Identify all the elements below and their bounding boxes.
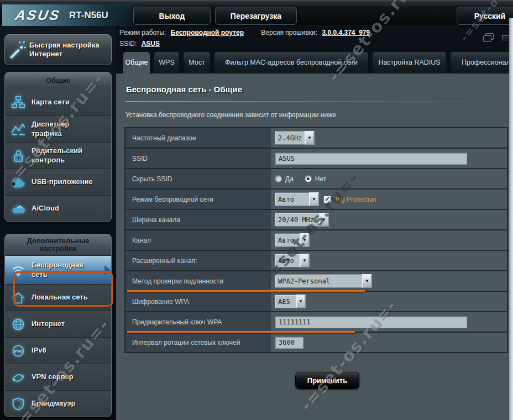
- wpa-encryption-select[interactable]: AES ▼: [275, 295, 306, 308]
- reboot-label: Перезагрузка: [231, 12, 281, 20]
- ssid-link[interactable]: ASUS: [142, 40, 160, 48]
- key-rotation-input[interactable]: [275, 337, 303, 349]
- cloud-icon: [11, 201, 26, 217]
- auth-method-label: Метод проверки подлинности: [132, 277, 223, 285]
- sidebar-item-wan[interactable]: Интернет: [5, 311, 111, 337]
- wireless-tabs: Общие WPS Мост Фильтр MAC-адресов беспро…: [123, 51, 509, 74]
- hide-ssid-radio-no[interactable]: [305, 175, 312, 182]
- language-label: Русский: [474, 12, 506, 20]
- annotation-underline-auth: [127, 290, 365, 292]
- sidebar-item-parental-control[interactable]: Родительский контроль: [5, 142, 111, 169]
- extension-channel-label: Расширенный канал:: [132, 257, 197, 265]
- channel-select[interactable]: Авто ▼: [275, 233, 310, 247]
- operation-mode-link[interactable]: Беспроводной роутер: [171, 29, 244, 36]
- row-hide-ssid: Скрыть SSID Да Нет: [125, 169, 507, 190]
- sidebar-item-wireless[interactable]: Беспроводная сеть: [5, 255, 111, 284]
- router-model: RT-N56U: [69, 10, 108, 21]
- frequency-band-value: 2.4GHz: [275, 131, 305, 145]
- tab-mac-filter-label: Фильтр MAC-адресов беспроводной сети: [225, 59, 358, 67]
- wpa-key-input[interactable]: [275, 316, 467, 328]
- row-frequency-band: Частотный диапазон 2.4GHz ▼: [125, 128, 507, 149]
- channel-bandwidth-label: Ширина канала: [132, 216, 180, 224]
- dropdown-arrow-icon[interactable]: ▼: [309, 192, 319, 206]
- active-item-arrow-icon: [104, 265, 111, 275]
- network-map-label: Карта сети: [32, 98, 70, 107]
- ipv6-label: IPv6: [32, 346, 46, 355]
- ipv6-icon: IPv6: [11, 343, 26, 359]
- top-bar: ASUS RT-N56U Выход Перезагрузка Русский: [0, 0, 513, 25]
- channel-bandwidth-select[interactable]: 20/40 MHz ▼: [275, 213, 329, 227]
- dropdown-arrow-icon[interactable]: ▼: [305, 131, 315, 145]
- home-icon: [11, 290, 26, 306]
- sidebar-section-advanced-title: Дополнительные настройки: [5, 234, 111, 255]
- reboot-button[interactable]: Перезагрузка: [215, 7, 297, 25]
- sidebar-item-traffic-manager[interactable]: Диспетчер трафика: [5, 116, 111, 142]
- wpa-encryption-value: AES: [275, 295, 296, 308]
- tab-radius[interactable]: Настройка RADIUS: [372, 51, 447, 74]
- apply-button[interactable]: Применить: [295, 372, 359, 389]
- hide-ssid-radio-group: Да Нет: [275, 175, 334, 183]
- hide-ssid-yes-label: Да: [285, 175, 294, 183]
- sidebar-item-ipv6[interactable]: IPv6 IPv6: [5, 337, 111, 364]
- sidebar: Быстрая настройка Интернет Общие Карта с…: [0, 25, 116, 420]
- advanced-title-text: Дополнительные настройки: [17, 237, 100, 253]
- tab-professional-label: Профессионально: [462, 59, 509, 67]
- sidebar-item-lan[interactable]: Локальная сеть: [5, 284, 111, 311]
- lock-icon: [11, 148, 26, 164]
- sidebar-item-firewall[interactable]: Брандмауэр: [5, 390, 111, 417]
- scrollbar[interactable]: [509, 18, 513, 420]
- frequency-band-select[interactable]: 2.4GHz ▼: [275, 131, 315, 145]
- quick-setup-button[interactable]: Быстрая настройка Интернет: [4, 34, 112, 65]
- hide-ssid-label: Скрыть SSID: [132, 175, 172, 183]
- row-wpa-encryption: Шифрование WPA AES ▼: [125, 292, 507, 312]
- row-wireless-mode: Режим беспроводной сети Авто ▼ ✓ b/g Pro…: [125, 190, 507, 210]
- dropdown-arrow-icon[interactable]: ▼: [300, 254, 310, 267]
- wifi-icon: [11, 262, 26, 278]
- wireless-mode-label: Режим беспроводной сети: [132, 196, 213, 203]
- sidebar-item-network-map[interactable]: Карта сети: [5, 89, 111, 116]
- ssid-label: SSID:: [119, 40, 137, 48]
- logout-button[interactable]: Выход: [133, 7, 211, 25]
- extension-channel-value: Авто: [275, 254, 300, 267]
- hide-ssid-radio-yes[interactable]: [275, 175, 282, 182]
- wireless-label: Беспроводная сеть: [32, 261, 92, 279]
- tab-bridge[interactable]: Мост: [183, 51, 211, 74]
- sidebar-group-advanced: Дополнительные настройки Беспроводная се…: [4, 234, 112, 417]
- tab-mac-filter[interactable]: Фильтр MAC-адресов беспроводной сети: [214, 51, 369, 74]
- bg-protection-checkbox[interactable]: ✓: [323, 196, 331, 203]
- tab-professional[interactable]: Профессионально: [450, 51, 509, 74]
- ssid-field-label: SSID: [132, 155, 148, 162]
- sidebar-item-aicloud[interactable]: AiCloud: [5, 195, 111, 222]
- dropdown-arrow-icon[interactable]: ▼: [319, 213, 329, 227]
- vpn-arrows-icon: [11, 370, 26, 385]
- channel-value: Авто: [275, 233, 300, 247]
- wireless-mode-value: Авто: [275, 192, 309, 206]
- row-auth-method: Метод проверки подлинности WPA2-Personal…: [125, 271, 507, 292]
- dropdown-arrow-icon[interactable]: ▼: [300, 233, 310, 247]
- dropdown-arrow-icon[interactable]: ▼: [296, 295, 306, 308]
- auth-method-select[interactable]: WPA2-Personal ▼: [275, 274, 372, 288]
- globe-icon: [11, 317, 26, 332]
- sidebar-item-usb-application[interactable]: USB-приложение: [5, 169, 111, 195]
- traffic-manager-label: Диспетчер трафика: [32, 120, 92, 138]
- wpa-encryption-label: Шифрование WPA: [132, 298, 190, 306]
- dropdown-arrow-icon[interactable]: ▼: [362, 274, 372, 288]
- channel-label: Канал: [132, 237, 151, 244]
- sidebar-item-vpn[interactable]: VPN сервер: [5, 364, 111, 390]
- wireless-mode-select[interactable]: Авто ▼: [275, 192, 319, 206]
- extension-channel-select[interactable]: Авто ▼: [275, 254, 310, 267]
- tab-wps[interactable]: WPS: [154, 51, 180, 74]
- tab-general[interactable]: Общие: [123, 51, 150, 74]
- svg-text:IPv6: IPv6: [14, 348, 23, 353]
- ssid-input[interactable]: [275, 153, 467, 165]
- firmware-version-link[interactable]: 3.0.0.4.374_979: [322, 29, 370, 36]
- logout-label: Выход: [159, 12, 185, 20]
- language-button[interactable]: Русский: [457, 7, 513, 25]
- clipped-toolbar-icon[interactable]: [502, 35, 509, 40]
- restore-window-icon[interactable]: [485, 33, 494, 40]
- magic-wand-icon: [5, 39, 29, 61]
- key-rotation-label: Интервал ротации сетевых ключей: [132, 339, 240, 347]
- tab-general-label: Общие: [125, 59, 148, 67]
- annotation-underline-key: [127, 331, 355, 333]
- traffic-chart-icon: [11, 122, 26, 137]
